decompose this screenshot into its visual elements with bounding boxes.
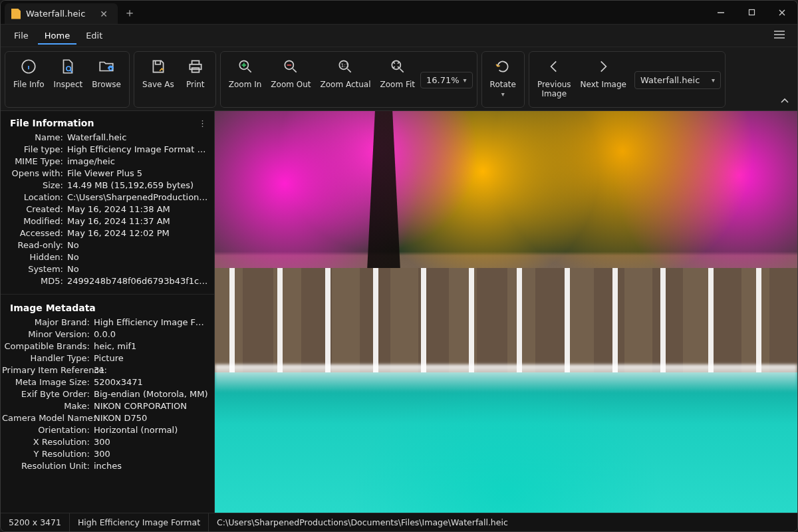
zoom-actual-button[interactable]: 1:1 Zoom Actual	[316, 55, 374, 89]
file-info-label: File Info	[13, 80, 45, 89]
save-as-label: Save As	[142, 80, 174, 89]
save-icon	[149, 57, 168, 76]
zoom-percent-value: 16.71%	[426, 75, 460, 85]
info-label: Resolution Unit:	[2, 461, 90, 471]
info-value: Horizontal (normal)	[94, 425, 209, 435]
info-label: Opens with:	[2, 168, 63, 178]
zoom-in-button[interactable]: Zoom In	[225, 55, 266, 89]
next-image-label: Next Image	[581, 80, 626, 89]
tab-close-icon[interactable]: ✕	[98, 8, 110, 20]
menu-bar: File Home Edit	[1, 25, 797, 47]
zoom-percent-dropdown[interactable]: 16.71% ▾	[420, 72, 473, 88]
zoom-out-label: Zoom Out	[271, 80, 311, 89]
info-value: 0.0.0	[94, 329, 209, 339]
file-selector-value: Waterfall.heic	[640, 75, 700, 85]
info-label: Meta Image Size:	[2, 377, 90, 387]
info-value: File Viewer Plus 5	[67, 168, 209, 178]
content-area: File Information ⋮ Name:Waterfall.heicFi…	[1, 111, 797, 513]
maximize-icon	[748, 9, 755, 16]
info-label: System:	[2, 264, 63, 274]
info-label: File type:	[2, 144, 63, 154]
ribbon-group-file: File Info Inspect Browse	[5, 51, 130, 108]
window-minimize-button[interactable]	[706, 1, 736, 24]
ribbon-group-save: Save As Print	[134, 51, 216, 108]
menu-hamburger-button[interactable]	[768, 29, 791, 42]
zoom-fit-button[interactable]: Zoom Fit	[376, 55, 419, 89]
svg-text:1:1: 1:1	[341, 63, 349, 68]
svg-point-2	[66, 66, 71, 71]
menu-edit[interactable]: Edit	[79, 27, 109, 45]
chevron-down-icon: ▾	[712, 76, 715, 84]
info-value: 2499248b748f06d6793b43f1c9b86ddd	[67, 276, 209, 286]
info-value: 5200x3471	[94, 377, 209, 387]
status-format: High Efficiency Image Format	[70, 513, 209, 531]
menu-file[interactable]: File	[7, 27, 35, 45]
window-close-button[interactable]	[767, 1, 797, 24]
rotate-label: Rotate▾	[490, 80, 516, 99]
info-icon	[19, 57, 38, 76]
new-tab-button[interactable]: ＋	[118, 1, 142, 24]
info-value: Waterfall.heic	[67, 132, 209, 142]
info-value: High Efficiency Image Format (.heic)	[67, 144, 209, 154]
info-value: May 16, 2024 12:02 PM	[67, 228, 209, 238]
next-image-button[interactable]: Next Image	[577, 55, 630, 89]
info-value: inches	[94, 461, 209, 471]
info-label: Primary Item Reference:	[2, 365, 90, 375]
info-label: Camera Model Name:	[2, 413, 90, 423]
inspect-button[interactable]: Inspect	[50, 55, 87, 89]
inspect-icon	[59, 57, 77, 76]
info-value: 300	[94, 437, 209, 447]
image-viewport[interactable]	[215, 111, 797, 513]
close-icon	[778, 9, 786, 17]
info-value: 31	[94, 365, 209, 375]
image-metadata-section: Image Metadata Major Brand:High Efficien…	[1, 294, 214, 479]
ribbon-group-zoom: Zoom In Zoom Out 1:1 Zoom Actual Zoom Fi…	[220, 51, 477, 108]
panel-options-button[interactable]: ⋮	[198, 118, 207, 128]
collapse-ribbon-button[interactable]	[776, 93, 793, 108]
zoom-actual-label: Zoom Actual	[320, 80, 370, 89]
tab-title: Waterfall.heic	[26, 9, 85, 19]
chevron-right-icon	[594, 57, 612, 76]
info-label: Handler Type:	[2, 353, 90, 363]
info-value: No	[67, 240, 209, 250]
inspect-label: Inspect	[54, 80, 83, 89]
chevron-up-icon	[780, 97, 789, 104]
info-value: May 16, 2024 11:38 AM	[67, 204, 209, 214]
info-value: NIKON D750	[94, 413, 209, 423]
save-as-button[interactable]: Save As	[138, 55, 178, 89]
file-info-button[interactable]: File Info	[9, 55, 49, 89]
info-label: Modified:	[2, 216, 63, 226]
browse-icon	[97, 57, 116, 76]
browse-button[interactable]: Browse	[88, 55, 125, 89]
info-label: Make:	[2, 401, 90, 411]
zoom-actual-icon: 1:1	[336, 57, 354, 76]
rotate-icon	[493, 57, 512, 76]
file-information-grid: Name:Waterfall.heicFile type:High Effici…	[1, 131, 214, 290]
file-icon	[11, 9, 21, 19]
zoom-in-icon	[236, 57, 255, 76]
rotate-button[interactable]: Rotate▾	[486, 55, 520, 99]
previous-image-button[interactable]: Previous Image	[533, 55, 575, 98]
zoom-out-icon	[281, 57, 300, 76]
info-value: image/heic	[67, 156, 209, 166]
info-label: Exif Byte Order:	[2, 389, 90, 399]
info-value: Picture	[94, 353, 209, 363]
print-button[interactable]: Print	[180, 55, 211, 89]
svg-point-10	[392, 61, 400, 69]
zoom-fit-label: Zoom Fit	[380, 80, 415, 89]
info-value: May 16, 2024 11:37 AM	[67, 216, 209, 226]
info-label: Compatible Brands:	[2, 341, 90, 351]
minimize-icon	[717, 9, 725, 17]
menu-home[interactable]: Home	[38, 27, 76, 45]
info-label: Hidden:	[2, 252, 63, 262]
info-label: Location:	[2, 192, 63, 202]
window-tab[interactable]: Waterfall.heic ✕	[5, 3, 118, 24]
info-label: Major Brand:	[2, 317, 90, 327]
file-selector-dropdown[interactable]: Waterfall.heic ▾	[634, 71, 721, 89]
title-bar: Waterfall.heic ✕ ＋	[1, 1, 797, 25]
zoom-out-button[interactable]: Zoom Out	[267, 55, 315, 89]
window-maximize-button[interactable]	[736, 1, 767, 24]
image-metadata-title: Image Metadata	[1, 299, 214, 316]
zoom-fit-icon	[388, 57, 407, 76]
image-metadata-grid: Major Brand:High Efficiency Image Format…	[1, 316, 214, 475]
